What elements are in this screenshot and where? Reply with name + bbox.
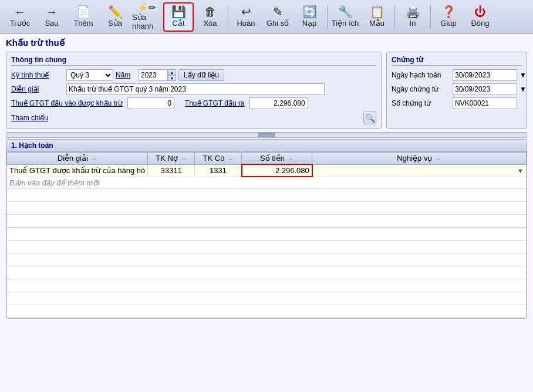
separator-4 xyxy=(430,5,431,29)
empty-row xyxy=(7,228,527,241)
nam-up-btn[interactable]: ▲ xyxy=(168,69,176,75)
nam-input[interactable] xyxy=(139,69,168,81)
help-button[interactable]: ❓ Giúp xyxy=(433,2,464,32)
new-row[interactable]: Bấm vào đây để thêm mới xyxy=(7,177,527,189)
empty-row xyxy=(7,189,527,202)
nghiepvu-dropdown-icon[interactable]: ▼ xyxy=(517,167,524,174)
ngay-chungtu-row: Ngày chứng từ ▼ xyxy=(392,83,522,95)
new-row-label: Bấm vào đây để thêm mới xyxy=(7,177,527,189)
hachtoan-header: 1. Hạch toán xyxy=(6,140,527,152)
diengia-input[interactable] xyxy=(66,83,325,95)
empty-row xyxy=(7,202,527,215)
empty-row xyxy=(7,215,527,228)
resize-handle-tkno[interactable]: ↔ xyxy=(181,156,187,162)
thue-row: Thuế GTGT đầu vào được khấu trừ Thuế GTG… xyxy=(11,97,376,109)
thamchieu-label: Tham chiếu xyxy=(11,114,48,122)
thue-dauvao-label: Thuế GTGT đầu vào được khấu trừ xyxy=(11,99,123,107)
general-info-panel: Thông tin chung Kỳ tính thuế Quý 3 Quý 1… xyxy=(6,52,382,129)
horizontal-scrollbar[interactable] xyxy=(6,132,527,138)
ngay-chungtu-label: Ngày chứng từ xyxy=(392,85,450,93)
add-icon: 📄 xyxy=(76,6,91,18)
cell-tkno-0: 33311 xyxy=(148,164,195,177)
reload-icon: 🔄 xyxy=(302,6,317,18)
forward-icon: → xyxy=(46,6,58,18)
hachtoan-table-wrapper: Diễn giải ↔ TK Nợ ↔ TK Có ↔ Số tiền xyxy=(6,152,527,318)
col-header-sotien: Số tiền ↔ xyxy=(242,153,312,165)
template-button[interactable]: 📋 Mẫu xyxy=(362,2,392,32)
resize-handle-nghiepvu[interactable]: ↔ xyxy=(436,156,441,162)
quickedit-button[interactable]: ⚡✏ Sửa nhanh xyxy=(131,2,162,32)
template-icon: 📋 xyxy=(370,6,384,18)
edit-icon: ✏️ xyxy=(108,6,123,18)
cancel-icon: ↩ xyxy=(241,6,251,18)
nam-label: Năm xyxy=(116,71,136,79)
empty-row xyxy=(7,254,527,266)
cancel-button[interactable]: ↩ Hoàn xyxy=(231,2,261,32)
resize-handle-sotien[interactable]: ↔ xyxy=(288,156,294,162)
cell-tkco-0: 1331 xyxy=(195,164,242,177)
ngay-hachtoan-input[interactable] xyxy=(453,69,517,81)
hachtoan-section: 1. Hạch toán Diễn giải ↔ TK Nợ ↔ xyxy=(6,139,527,319)
nam-spinner[interactable]: ▲ ▼ xyxy=(139,69,176,81)
table-row[interactable]: Thuế GTGT được khấu trừ của hàng hó 3331… xyxy=(7,164,527,177)
ngay-chungtu-dropdown-icon[interactable]: ▼ xyxy=(519,85,527,93)
post-icon: ✎ xyxy=(273,6,283,18)
panels-row: Thông tin chung Kỳ tính thuế Quý 3 Quý 1… xyxy=(6,52,527,129)
thue-daura-label: Thuế GTGT đầu ra xyxy=(185,99,245,107)
col-header-tkco: TK Có ↔ xyxy=(195,153,242,165)
empty-row xyxy=(7,279,527,292)
general-info-title: Thông tin chung xyxy=(11,56,376,66)
page-title: Khấu trừ thuế xyxy=(6,38,527,48)
tools-icon: 🔧 xyxy=(338,6,353,18)
empty-row xyxy=(7,292,527,305)
ky-label: Kỳ tính thuế xyxy=(11,71,64,79)
help-icon: ❓ xyxy=(441,6,456,18)
toolbar: ← Trước → Sau 📄 Thêm ✏️ Sửa ⚡✏ Sửa nhanh… xyxy=(0,0,533,34)
ngay-chungtu-input[interactable] xyxy=(453,83,517,95)
lay-du-lieu-button[interactable]: Lấy dữ liệu xyxy=(178,69,224,81)
close-icon: ⏻ xyxy=(474,6,486,18)
thamchieu-zoom-button[interactable]: 🔍 xyxy=(363,111,376,124)
back-button[interactable]: ← Trước xyxy=(5,2,35,32)
col-header-diengiai: Diễn giải ↔ xyxy=(7,153,148,165)
ky-select[interactable]: Quý 3 Quý 1 Quý 2 Quý 4 xyxy=(66,69,113,81)
back-icon: ← xyxy=(14,6,26,18)
empty-row xyxy=(7,266,527,279)
thamchieu-row: Tham chiếu 🔍 xyxy=(11,111,376,124)
cut-button[interactable]: 💾 Cắt xyxy=(163,2,194,32)
separator-2 xyxy=(327,5,328,29)
so-chungtu-input[interactable] xyxy=(453,97,517,109)
ngay-hachtoan-label: Ngày hạch toán xyxy=(392,71,450,79)
edit-button[interactable]: ✏️ Sửa xyxy=(100,2,130,32)
col-header-tkno: TK Nợ ↔ xyxy=(148,153,195,165)
nam-spinner-btns: ▲ ▼ xyxy=(168,69,176,81)
post-button[interactable]: ✎ Ghi số xyxy=(262,2,293,32)
ngay-hachtoan-dropdown-icon[interactable]: ▼ xyxy=(519,71,527,79)
main-content: Khấu trừ thuế Thông tin chung Kỳ tính th… xyxy=(0,34,533,392)
nam-down-btn[interactable]: ▼ xyxy=(168,75,176,81)
add-button[interactable]: 📄 Thêm xyxy=(68,2,99,32)
delete-button[interactable]: 🗑 Xóa xyxy=(195,2,225,32)
close-button[interactable]: ⏻ Đóng xyxy=(465,2,495,32)
thue-dauvao-input[interactable] xyxy=(127,97,174,109)
quickedit-icon: ⚡✏ xyxy=(137,3,156,12)
delete-icon: 🗑 xyxy=(204,6,216,18)
so-chungtu-row: Số chứng từ xyxy=(392,97,522,109)
print-button[interactable]: 🖨️ In xyxy=(397,2,428,32)
diengia-label: Diễn giải xyxy=(11,85,64,93)
tools-button[interactable]: 🔧 Tiện ích xyxy=(330,2,360,32)
resize-handle-tkco[interactable]: ↔ xyxy=(228,156,234,162)
chungtu-panel: Chứng từ Ngày hạch toán ▼ Ngày chứng từ … xyxy=(386,52,527,129)
reload-button[interactable]: 🔄 Nạp xyxy=(294,2,325,32)
diengia-row: Diễn giải xyxy=(11,83,376,95)
thue-daura-input[interactable] xyxy=(249,97,308,109)
print-icon: 🖨️ xyxy=(406,6,420,18)
cell-nghiepvu-0: ▼ xyxy=(312,164,527,177)
separator-1 xyxy=(228,5,228,29)
empty-row xyxy=(7,241,527,254)
hachtoan-table: Diễn giải ↔ TK Nợ ↔ TK Có ↔ Số tiền xyxy=(6,152,527,318)
col-header-nghiepvu: Nghiệp vụ ↔ xyxy=(312,153,527,165)
forward-button[interactable]: → Sau xyxy=(36,2,67,32)
resize-handle-diengiai[interactable]: ↔ xyxy=(92,156,97,162)
cut-icon: 💾 xyxy=(171,6,186,18)
